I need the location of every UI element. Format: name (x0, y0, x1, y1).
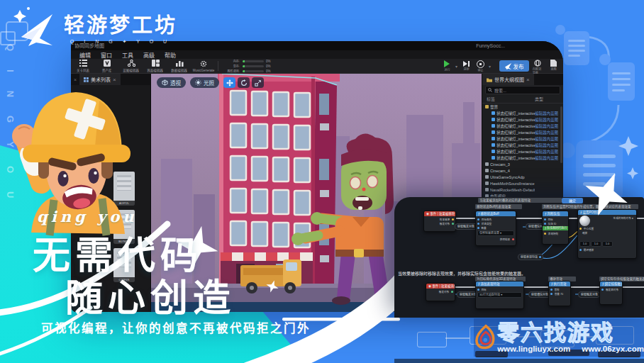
menu-item[interactable]: 窗口 (101, 51, 112, 59)
move-arrows-icon (226, 79, 233, 86)
step-icon (463, 61, 470, 67)
outliner-row[interactable]: 状态红绿灯_interactive7编辑器内蓝图 (482, 148, 563, 155)
graph-confirm-button[interactable]: 确定 (562, 198, 583, 203)
outliner-row-name: 世界 (490, 104, 535, 110)
outliner-row[interactable]: 状态红绿灯_interactive2编辑器内蓝图 (482, 116, 563, 123)
node-comment-strip: 移除状态Buff的表现效果 (475, 204, 522, 209)
outliner-row[interactable]: UltraGameSyncAdp (482, 174, 563, 180)
graph-comment-text: 当效果被移除时移除表现效果，并移除实际包含技能效果的触发器。 (398, 270, 526, 277)
tab-close-icon[interactable]: × (526, 77, 530, 83)
rotate-tool-button[interactable] (238, 77, 250, 88)
pin-dot[interactable] (452, 223, 454, 225)
material-sphere-preview[interactable] (579, 216, 590, 226)
step-button[interactable]: 进帧 (460, 61, 472, 71)
scale-tool-button[interactable] (252, 77, 264, 88)
play-options-caret[interactable]: ▾ (455, 64, 457, 69)
pin-dot[interactable] (477, 289, 479, 291)
tab-world-outliner[interactable]: 世界大纲视图 × (482, 74, 534, 85)
pin-dot[interactable] (544, 218, 546, 220)
material-node[interactable]: ∱ 设置PO特效生成的特效对象 ●中心位置缩放1.01.01.0循环播放 (577, 209, 637, 259)
pin-dot[interactable] (579, 249, 582, 251)
event-node[interactable]: ◉ 事件 | 效果被移除效果来源触发对象 (423, 211, 456, 232)
play-button[interactable]: 运行 (441, 60, 453, 72)
outliner-row[interactable]: 状态红绿灯_interactive5编辑器内蓝图 (482, 135, 563, 142)
building (218, 74, 340, 288)
promo-poster: QINGYOU 轻游梦工坊 Q I N G ✦ Y O U (0, 0, 644, 363)
outliner-row[interactable]: HawkMothSoundInstance (482, 180, 563, 186)
pin-dot[interactable] (512, 238, 514, 240)
menu-item[interactable]: 编辑 (79, 51, 91, 59)
function-node[interactable]: ∱ 绑定技能触发器触发器对象 (599, 281, 623, 305)
toolbar-button-gear[interactable]: MusicGenerate (191, 60, 216, 73)
getter-pill-node[interactable]: 获取通信对象 (528, 291, 550, 298)
object-cube-icon (492, 111, 495, 115)
lighting-toggle[interactable]: 光照 (190, 77, 219, 88)
perspective-toggle[interactable]: 透视 (157, 77, 186, 88)
rotate-arrow-icon (240, 79, 248, 86)
menu-item[interactable]: 帮助 (165, 51, 176, 59)
pin-dot[interactable] (544, 223, 546, 225)
vector-input[interactable]: 1.0 (602, 241, 613, 247)
outliner-row[interactable]: Cinecam_3 (482, 161, 563, 167)
publish-plane-icon (505, 63, 511, 69)
pin-dot[interactable] (579, 228, 582, 230)
outliner-row[interactable]: 状态红绿灯_interactive1编辑器内蓝图 (482, 110, 563, 116)
function-node[interactable]: ∱ 移除状态Buff目标角色状态类型数量仅移除最新效果 ▾移除结果 (475, 211, 516, 246)
pin-label: 队伍 ID (548, 221, 557, 225)
stop-button[interactable]: 停止 (474, 60, 486, 72)
blueprint-button[interactable]: 蓝图 (548, 60, 559, 75)
move-tool-button[interactable] (223, 77, 235, 88)
menu-item[interactable]: 高级 (143, 51, 155, 59)
outliner-row-name: 状态红绿灯_interactive1 (496, 111, 535, 116)
pin-dot[interactable] (477, 227, 479, 229)
function-node[interactable]: ∱ 添加表现特效目标3D灯光追踪特效 ▾ (475, 281, 524, 309)
pin-label: 中心位置 (584, 226, 594, 230)
pin-dot[interactable] (550, 293, 553, 295)
outliner-row-name: 状态红绿灯_interactive7 (496, 149, 535, 155)
pin-dot[interactable] (477, 218, 479, 220)
stop-options-caret[interactable]: ▾ (489, 64, 491, 69)
function-node[interactable]: ∱ 判断队伍目标队伍 ID∱ 队伍相同时执行表现特效 (542, 211, 569, 245)
vector-input[interactable]: 1.0 (579, 241, 590, 247)
outliner-row-type: 编辑器内蓝图 (535, 143, 563, 148)
visual-script-panel[interactable]: 当效果被添加时播放对应的表现特效 确定 当效果被移除时移除表现效果，并移除实际包… (394, 197, 644, 318)
outliner-row[interactable]: 世界 (482, 104, 563, 110)
pin-label: 循环播放 (584, 247, 594, 251)
menu-item[interactable]: 工具 (122, 51, 133, 59)
getter-pill-node[interactable]: 获取触发对象 (578, 291, 600, 298)
toolbar-button-bar-chart[interactable]: 数据编辑器 (167, 60, 191, 73)
pin-dot[interactable] (477, 223, 479, 225)
function-node[interactable]: ∱ 执行音效音效音量 70 (548, 281, 571, 306)
object-cube-icon (492, 156, 495, 160)
watermark-url: www.06zyx.com (582, 345, 644, 353)
outliner-row[interactable]: 状态红绿灯_interactive8编辑器内蓝图 (482, 155, 563, 161)
outliner-search-input[interactable]: 搜索... (485, 86, 560, 94)
vector-input[interactable]: 1.0 (591, 241, 601, 247)
pin-dot[interactable] (601, 289, 604, 291)
node-dropdown-field[interactable]: 仅移除最新效果 ▾ (477, 230, 514, 236)
outliner-row[interactable]: 状态红绿灯_interactive4编辑器内蓝图 (482, 129, 563, 135)
object-cube-icon (485, 162, 489, 166)
outliner-row[interactable]: 状态红绿灯_interactive6编辑器内蓝图 (482, 142, 563, 148)
script-tagline: qing you (37, 208, 137, 225)
pin-label: 表现特效 (548, 231, 558, 235)
event-node[interactable]: ◉ 事件 | 效果被添加触发对象 (426, 283, 455, 301)
outliner-row-name: UltraGameSyncAdp (490, 175, 535, 179)
document-icon (608, 62, 635, 101)
pin-dot[interactable] (544, 233, 546, 235)
getter-pill-node[interactable]: 获取表现特效 (518, 254, 543, 260)
pin-dot[interactable] (452, 218, 454, 220)
outliner-row[interactable]: NavalRocketMesh-Default (482, 186, 563, 193)
pin-dot[interactable] (550, 289, 553, 291)
pin-dot[interactable] (451, 291, 453, 293)
pin-label: 移除结果 (500, 237, 510, 240)
node-dropdown-field[interactable]: 3D灯光追踪特效 ▾ (477, 292, 522, 298)
brand-name-latin: Q I N G ✦ Y O U (64, 39, 177, 45)
outliner-scrollbar[interactable] (560, 106, 562, 163)
pin-label: 生成的特效对象 ● (614, 216, 633, 219)
content-browser-button[interactable]: 内容浏览器 (532, 60, 543, 75)
outliner-row[interactable]: 状态红绿灯_interactive3编辑器内蓝图 (482, 123, 563, 129)
pin-label: 目标 (481, 287, 486, 291)
outliner-row[interactable]: Cinecam_4 (482, 167, 563, 174)
publish-button[interactable]: 发布 (499, 60, 529, 72)
